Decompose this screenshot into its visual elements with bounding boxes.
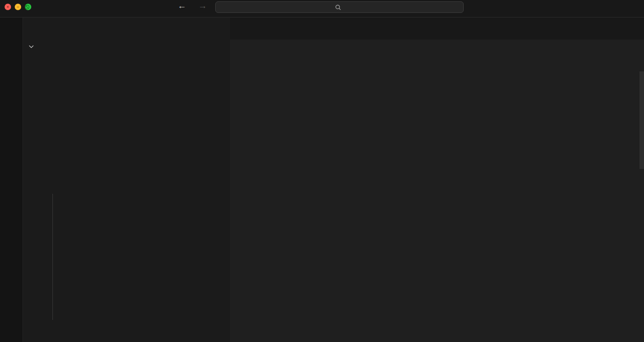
close-window-button[interactable]: ×	[5, 4, 11, 10]
editor-group	[230, 17, 644, 342]
back-arrow-icon[interactable]: ←	[178, 1, 186, 11]
search-icon	[335, 4, 341, 11]
traffic-lights: × − ⃠	[5, 4, 31, 10]
editor-actions	[637, 17, 644, 40]
minimap[interactable]	[592, 71, 639, 163]
breadcrumb	[230, 40, 644, 54]
activity-bar	[0, 17, 23, 342]
command-center-search[interactable]	[215, 1, 464, 13]
tab-bar	[230, 17, 644, 40]
tree-indent-guide	[52, 194, 53, 320]
chevron-down-icon	[28, 43, 35, 50]
editor-scrollbar[interactable]	[639, 71, 644, 169]
explorer-sidebar	[23, 17, 230, 342]
fullscreen-window-button[interactable]: ⃠	[25, 4, 31, 10]
code-editor[interactable]	[230, 54, 644, 342]
workspace-section-header[interactable]	[23, 40, 230, 53]
additional-views-icon[interactable]	[0, 333, 23, 342]
minimize-window-button[interactable]: −	[15, 4, 21, 10]
titlebar: × − ⃠ ← →	[0, 0, 644, 17]
forward-arrow-icon[interactable]: →	[198, 1, 207, 11]
